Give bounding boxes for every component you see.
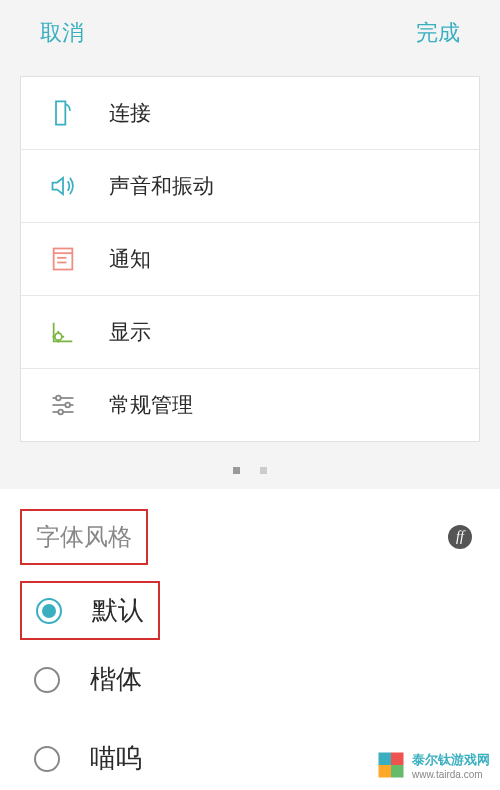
svg-rect-16 xyxy=(391,753,404,766)
section-title: 字体风格 xyxy=(36,523,132,550)
svg-point-14 xyxy=(58,410,63,415)
svg-rect-0 xyxy=(54,249,73,270)
watermark-line1: 泰尔钛游戏网 xyxy=(412,751,490,769)
settings-item-display[interactable]: 显示 xyxy=(21,296,479,369)
highlight-box: 字体风格 xyxy=(20,509,148,565)
watermark-text: 泰尔钛游戏网 www.tairda.com xyxy=(412,751,490,780)
watermark-icon xyxy=(376,750,406,780)
radio[interactable] xyxy=(34,746,60,772)
settings-label: 声音和振动 xyxy=(109,172,214,200)
settings-card: 连接 声音和振动 通知 xyxy=(20,76,480,442)
font-section: 字体风格 ff 默认 楷体 喵呜 xyxy=(0,489,500,790)
svg-rect-18 xyxy=(391,765,404,778)
done-button[interactable]: 完成 xyxy=(416,18,460,48)
svg-point-12 xyxy=(65,403,70,408)
general-icon xyxy=(49,391,77,419)
watermark-line2: www.tairda.com xyxy=(412,769,490,780)
settings-item-general[interactable]: 常规管理 xyxy=(21,369,479,441)
radio[interactable] xyxy=(34,667,60,693)
font-option-label: 默认 xyxy=(92,593,144,628)
svg-point-10 xyxy=(56,396,61,401)
notification-icon xyxy=(49,245,77,273)
section-header: 字体风格 ff xyxy=(20,489,480,573)
sound-icon xyxy=(49,172,77,200)
settings-item-connect[interactable]: 连接 xyxy=(21,77,479,150)
settings-label: 连接 xyxy=(109,99,151,127)
highlight-box-option: 默认 xyxy=(20,581,160,640)
font-option-kaiti[interactable]: 楷体 xyxy=(20,640,480,719)
watermark: 泰尔钛游戏网 www.tairda.com xyxy=(376,750,490,780)
header: 取消 完成 xyxy=(0,0,500,66)
connect-icon xyxy=(49,99,77,127)
pagination xyxy=(0,452,500,489)
font-option-label: 喵呜 xyxy=(90,741,142,776)
svg-point-4 xyxy=(55,333,62,340)
settings-label: 显示 xyxy=(109,318,151,346)
svg-rect-17 xyxy=(379,765,392,778)
display-icon xyxy=(49,318,77,346)
page-dot[interactable] xyxy=(260,467,267,474)
svg-rect-15 xyxy=(379,753,392,766)
settings-label: 通知 xyxy=(109,245,151,273)
settings-item-sound[interactable]: 声音和振动 xyxy=(21,150,479,223)
radio-selected[interactable] xyxy=(36,598,62,624)
font-store-icon[interactable]: ff xyxy=(448,525,472,549)
font-option-label: 楷体 xyxy=(90,662,142,697)
settings-item-notification[interactable]: 通知 xyxy=(21,223,479,296)
cancel-button[interactable]: 取消 xyxy=(40,18,84,48)
page-dot[interactable] xyxy=(233,467,240,474)
settings-label: 常规管理 xyxy=(109,391,193,419)
